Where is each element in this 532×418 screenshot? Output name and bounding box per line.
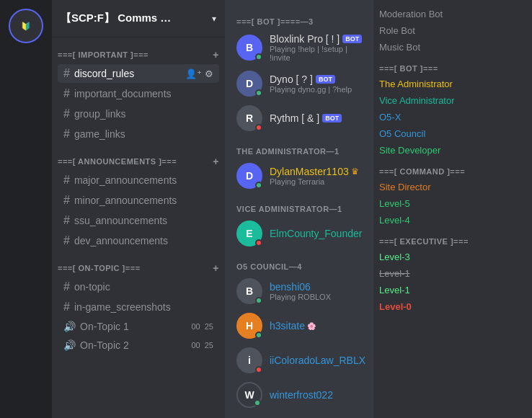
channel-name: major_announcements [74, 174, 177, 186]
right-category-bot: ===[ BOT ]=== [373, 55, 532, 76]
text-channel-icon: # [63, 67, 70, 80]
member-activity: Playing Terraria [270, 177, 359, 186]
member-info: Rythm [ & ] BOT [270, 112, 342, 124]
text-channel-icon: # [63, 234, 70, 247]
member-info: h3sitate 🌸 [270, 320, 316, 332]
member-info: DylanMaster1103 ♛ Playing Terraria [270, 166, 359, 186]
member-dyno[interactable]: D Dyno [ ? ] BOT Playing dyno.gg | ?help [236, 66, 373, 101]
right-role-level-1b[interactable]: Level-1 [373, 282, 532, 298]
text-channel-icon: # [63, 214, 70, 227]
member-name-row: winterfrost022 [270, 389, 333, 401]
crown-icon: ♛ [351, 166, 359, 177]
server-icon-list: 🔰 [0, 0, 52, 418]
text-channel-icon: # [63, 301, 70, 314]
text-channel-icon: # [63, 280, 70, 293]
server-name: 【SCP:F】 Comms Ser... [61, 12, 176, 25]
category-important[interactable]: ===[ IMPORTANT ]=== + [52, 37, 225, 63]
channel-on-topic-1[interactable]: 🔊 On-Topic 1 00 25 [58, 318, 219, 335]
server-header[interactable]: 【SCP:F】 Comms Ser... ▾ [52, 0, 225, 37]
channel-name: dev_announcements [74, 235, 168, 246]
server-icon[interactable]: 🔰 [9, 9, 43, 43]
voice-count-1: 00 [191, 322, 200, 331]
right-role-level-4[interactable]: Level-4 [373, 212, 532, 228]
right-role-level-1a[interactable]: Level-1 [373, 265, 532, 282]
channel-discord-rules[interactable]: # discord_rules 👤⁺ ⚙ [58, 64, 219, 83]
member-name: h3sitate [270, 320, 305, 332]
channel-on-topic-2[interactable]: 🔊 On-Topic 2 00 25 [58, 337, 219, 354]
member-name-row: benshi06 [270, 281, 331, 293]
category-on-topic-label: ===[ ON-TOPIC ]=== [58, 264, 141, 272]
member-iicoloradolaw[interactable]: i iiColoradoLaw_RBLX [236, 343, 373, 378]
channel-dev-announcements[interactable]: # dev_announcements [58, 231, 219, 250]
right-role-level-0[interactable]: Level-0 [373, 298, 532, 315]
right-role-site-developer[interactable]: Site Developer [373, 142, 532, 159]
status-online-dot [255, 182, 262, 189]
channel-important-documents[interactable]: # important_documents [58, 84, 219, 103]
channel-ssu-announcements[interactable]: # ssu_announcements [58, 211, 219, 230]
member-info: winterfrost022 [270, 389, 333, 401]
o5-council-category-header: O5 COUNCIL—4 [236, 251, 373, 274]
right-member-moderation-bot[interactable]: Moderation Bot [373, 6, 532, 22]
channel-minor-announcements[interactable]: # minor_announcements [58, 191, 219, 210]
member-rythm[interactable]: R Rythm [ & ] BOT [236, 101, 373, 135]
right-role-o5x[interactable]: O5-X [373, 109, 532, 125]
right-member-label: Music Bot [379, 42, 420, 53]
right-member-role-bot[interactable]: Role Bot [373, 22, 532, 39]
status-online-dot [255, 53, 262, 61]
channel-game-links[interactable]: # game_links [58, 125, 219, 143]
member-bloxlink-pro[interactable]: B Bloxlink Pro [ ! ] BOT Playing !help |… [236, 29, 373, 66]
avatar-initial: H [246, 320, 253, 332]
bot-badge: BOT [316, 75, 335, 84]
right-role-level-5[interactable]: Level-5 [373, 195, 532, 212]
category-on-topic[interactable]: ===[ ON-TOPIC ]=== + [52, 251, 225, 277]
member-name: Dyno [ ? ] [270, 74, 313, 85]
right-role-the-administrator[interactable]: The Administrator [373, 76, 532, 92]
member-activity: Playing ROBLOX [270, 293, 331, 301]
add-channel-icon[interactable]: + [213, 262, 219, 274]
right-role-level-3[interactable]: Level-3 [373, 249, 532, 265]
avatar-initial: W [244, 389, 254, 401]
member-h3sitate[interactable]: H h3sitate 🌸 [236, 308, 373, 343]
voice-channel-icon: 🔊 [63, 321, 76, 332]
category-announcements[interactable]: ===[ ANNOUNCEMENTS ]=== + [52, 144, 225, 170]
voice-channel-icon: 🔊 [63, 339, 76, 351]
channel-in-game-screenshots[interactable]: # in-game_screenshots [58, 298, 219, 316]
add-member-icon[interactable]: 👤⁺ [185, 68, 202, 79]
status-dnd-dot [255, 124, 262, 131]
avatar: B [236, 35, 262, 61]
channel-group-links[interactable]: # group_links [58, 104, 219, 123]
member-elmcounty-founder[interactable]: E ElmCounty_Founder [236, 216, 373, 251]
the-administrator-category-header: THE ADMINISTRATOR—1 [236, 135, 373, 159]
channel-on-topic[interactable]: # on-topic [58, 277, 219, 296]
channel-name: minor_announcements [74, 195, 177, 206]
member-name: ElmCounty_Founder [270, 228, 362, 239]
right-role-site-director[interactable]: Site Director [373, 179, 532, 195]
avatar-initial: D [246, 78, 253, 89]
avatar-initial: D [246, 170, 253, 182]
avatar: E [236, 221, 262, 246]
add-channel-icon[interactable]: + [213, 156, 219, 167]
member-name: winterfrost022 [270, 389, 333, 401]
member-dylanmaster1103[interactable]: D DylanMaster1103 ♛ Playing Terraria [236, 159, 373, 193]
gear-icon[interactable]: ⚙ [205, 68, 213, 79]
member-name-row: iiColoradoLaw_RBLX [270, 355, 365, 366]
right-role-o5-council[interactable]: O5 Council [373, 125, 532, 142]
member-name-row: Bloxlink Pro [ ! ] BOT [270, 33, 368, 45]
right-member-label: The Administrator [379, 79, 453, 89]
channel-major-announcements[interactable]: # major_announcements [58, 171, 219, 190]
category-important-label: ===[ IMPORTANT ]=== [58, 50, 148, 59]
avatar: i [236, 347, 262, 373]
member-list: ===[ BOT ]====—3 B Bloxlink Pro [ ! ] BO… [225, 0, 373, 418]
add-channel-icon[interactable]: + [213, 49, 219, 61]
right-sidebar: Moderation Bot Role Bot Music Bot ===[ B… [373, 0, 532, 418]
member-winterfrost022[interactable]: W winterfrost022 [236, 378, 373, 412]
text-channel-icon: # [63, 174, 70, 187]
right-member-label: Level-3 [379, 252, 410, 262]
right-role-vice-administrator[interactable]: Vice Administrator [373, 92, 532, 109]
member-activity: Playing !help | !setup | !invite [270, 45, 368, 62]
member-benshi06[interactable]: B benshi06 Playing ROBLOX [236, 274, 373, 308]
right-member-music-bot[interactable]: Music Bot [373, 39, 532, 55]
status-dnd-dot [255, 239, 262, 246]
right-member-label: Level-5 [379, 198, 410, 209]
category-announcements-label: ===[ ANNOUNCEMENTS ]=== [58, 157, 177, 166]
